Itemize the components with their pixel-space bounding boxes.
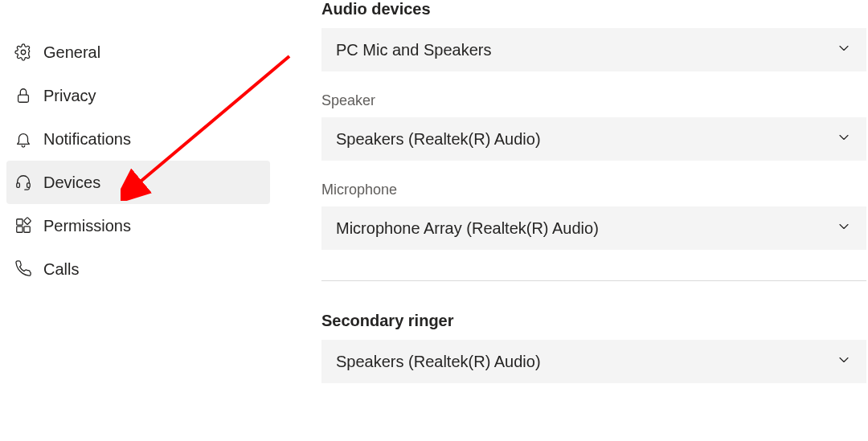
chevron-down-icon xyxy=(836,218,852,238)
dropdown-value: Speakers (Realtek(R) Audio) xyxy=(336,353,541,371)
audio-devices-dropdown[interactable]: PC Mic and Speakers xyxy=(321,28,866,71)
secondary-ringer-dropdown[interactable]: Speakers (Realtek(R) Audio) xyxy=(321,340,866,383)
sidebar-item-label: Devices xyxy=(43,174,100,192)
svg-rect-7 xyxy=(24,218,31,225)
svg-rect-1 xyxy=(18,95,29,102)
dropdown-value: Speakers (Realtek(R) Audio) xyxy=(336,130,541,149)
speaker-label: Speaker xyxy=(321,92,866,109)
settings-main: Audio devices PC Mic and Speakers Speake… xyxy=(276,0,868,441)
sidebar-item-permissions[interactable]: Permissions xyxy=(6,204,270,247)
sidebar-item-label: Permissions xyxy=(43,217,131,235)
sidebar-item-label: Calls xyxy=(43,260,79,279)
sidebar-item-devices[interactable]: Devices xyxy=(6,161,270,204)
lock-icon xyxy=(14,87,32,104)
headset-icon xyxy=(14,174,32,191)
sidebar-item-privacy[interactable]: Privacy xyxy=(6,74,270,117)
svg-rect-6 xyxy=(24,227,30,232)
chevron-down-icon xyxy=(836,40,852,59)
svg-rect-2 xyxy=(17,183,20,188)
section-divider xyxy=(321,280,866,281)
microphone-dropdown[interactable]: Microphone Array (Realtek(R) Audio) xyxy=(321,206,866,250)
sidebar-item-calls[interactable]: Calls xyxy=(6,247,270,291)
sidebar-item-label: Privacy xyxy=(43,87,96,105)
speaker-dropdown[interactable]: Speakers (Realtek(R) Audio) xyxy=(321,117,866,161)
phone-icon xyxy=(14,260,32,278)
sidebar-item-label: Notifications xyxy=(43,130,131,149)
sidebar-item-label: General xyxy=(43,43,100,62)
secondary-ringer-title: Secondary ringer xyxy=(321,312,866,330)
apps-icon xyxy=(14,217,32,235)
audio-devices-title: Audio devices xyxy=(321,0,866,18)
svg-point-0 xyxy=(21,50,26,55)
chevron-down-icon xyxy=(836,352,852,371)
sidebar-item-general[interactable]: General xyxy=(6,31,270,74)
bell-icon xyxy=(14,130,32,148)
svg-rect-4 xyxy=(17,219,23,225)
dropdown-value: PC Mic and Speakers xyxy=(336,41,491,59)
settings-sidebar: General Privacy Notifications xyxy=(0,0,276,441)
sidebar-item-notifications[interactable]: Notifications xyxy=(6,117,270,161)
microphone-label: Microphone xyxy=(321,182,866,198)
chevron-down-icon xyxy=(836,129,852,149)
svg-rect-3 xyxy=(27,183,31,188)
svg-rect-5 xyxy=(17,227,23,232)
dropdown-value: Microphone Array (Realtek(R) Audio) xyxy=(336,219,599,238)
gear-icon xyxy=(14,43,32,61)
